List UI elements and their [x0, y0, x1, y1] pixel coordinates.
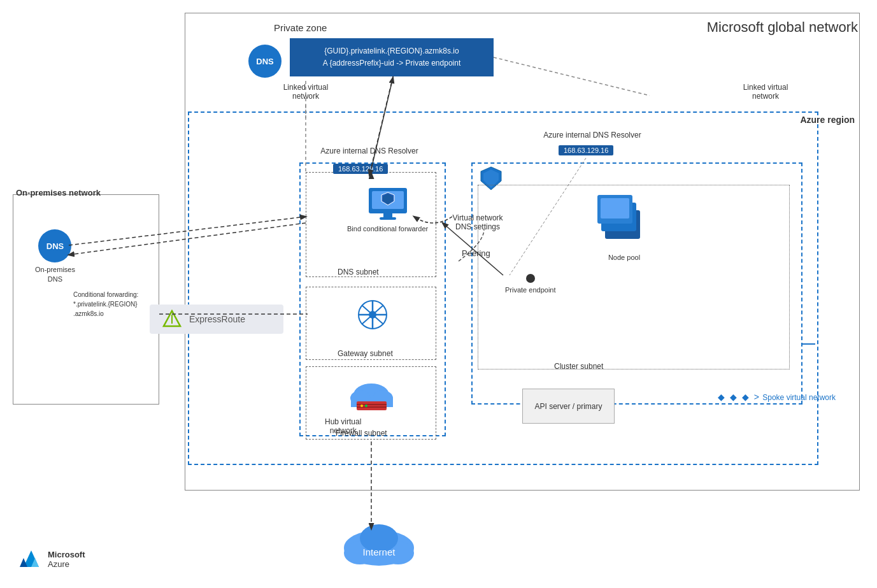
firewall-icon	[348, 377, 396, 419]
internet-area: Internet	[338, 522, 420, 567]
dns-resolver-left-label: Azure internal DNS Resolver	[312, 147, 427, 155]
dns-resolver-right-label: Azure internal DNS Resolver	[535, 131, 650, 140]
ip-badge-left: 168.63.129.16	[333, 164, 388, 174]
azure-logo-icon	[16, 547, 41, 572]
cluster-subnet-label: Cluster subnet	[554, 362, 603, 371]
svg-rect-26	[601, 198, 629, 219]
api-server-box: API server / primary	[522, 389, 615, 424]
svg-point-13	[369, 311, 376, 319]
on-prem-dns-area: DNS On-premisesDNS	[35, 229, 75, 285]
gateway-subnet-label: Gateway subnet	[338, 349, 393, 358]
linked-vnet-left-label: Linked virtualnetwork	[280, 83, 331, 101]
azure-region-label: Azure region	[800, 115, 855, 125]
peering-label: Peering	[462, 248, 490, 258]
firewall-icon-area	[348, 377, 396, 421]
bind-forwarder-label: Bind conditional forwarder	[347, 224, 428, 234]
vnet-dns-settings-label: Virtual networkDNS settings	[452, 213, 503, 231]
azure-label: Azure	[48, 559, 85, 569]
spoke-vnet-label: ◆ ◆ ◆ > Spoke virtual network	[718, 392, 836, 402]
expressroute-icon	[162, 310, 182, 329]
on-prem-dns-label: On-premisesDNS	[35, 265, 75, 285]
ms-label: Microsoft	[48, 550, 85, 559]
ip-badge-right: 168.63.129.16	[559, 145, 613, 155]
private-zone-label: Private zone	[274, 22, 327, 33]
private-zone-box: {GUID}.privatelink.{REGION}.azmk8s.io A …	[290, 38, 494, 76]
internet-cloud-icon: Internet	[338, 522, 420, 567]
expressroute-label: ExpressRoute	[189, 314, 245, 324]
dns-circle-onprem: DNS	[38, 229, 71, 262]
svg-rect-2	[383, 213, 392, 217]
diagram-container: Microsoft global network Private zone DN…	[0, 0, 877, 588]
node-pool-label: Node pool	[592, 254, 656, 261]
svg-text:Internet: Internet	[363, 547, 396, 557]
on-prem-title: On-premises network	[16, 188, 101, 197]
bind-forwarder-icon	[366, 182, 410, 223]
ms-azure-logo: Microsoft Azure	[16, 547, 85, 572]
node-pool-icon	[592, 191, 656, 248]
dns-subnet-label: DNS subnet	[338, 268, 379, 276]
bind-forwarder-area: Bind conditional forwarder	[347, 182, 428, 234]
gateway-icon-area	[353, 298, 392, 335]
svg-point-22	[365, 405, 367, 407]
svg-rect-3	[380, 217, 396, 220]
private-endpoint-area: Private endpoint	[505, 274, 556, 295]
expressroute-area: ExpressRoute	[150, 305, 283, 334]
ms-global-network-title: Microsoft global network	[707, 19, 858, 36]
linked-vnet-right-label: Linked virtualnetwork	[737, 83, 794, 101]
svg-point-21	[360, 405, 363, 407]
dns-circle-private: DNS	[248, 45, 282, 78]
gateway-icon	[353, 298, 392, 333]
node-pool-area: Node pool	[592, 191, 656, 261]
private-endpoint-label: Private endpoint	[505, 285, 556, 295]
firewall-subnet-label: Firewall subnet	[336, 429, 387, 438]
